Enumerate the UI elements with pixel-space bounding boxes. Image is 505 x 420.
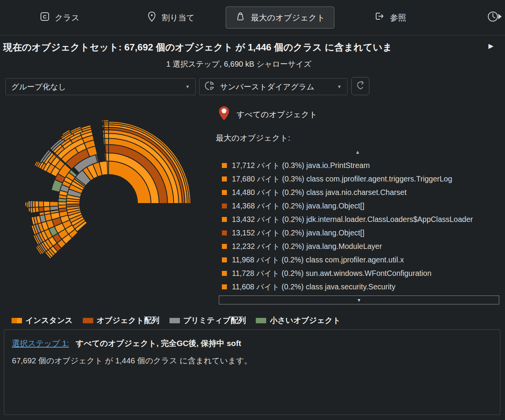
sunburst-segment[interactable] [102, 120, 104, 121]
type-swatch [222, 163, 227, 168]
list-item-text: 17,680 バイト (0.3%) class com.jprofiler.ag… [232, 174, 452, 184]
svg-text:C: C [43, 14, 47, 20]
legend-item: オブジェクト配列 [83, 315, 159, 326]
sunburst-diagram[interactable] [8, 102, 216, 305]
sunburst-segment[interactable] [44, 207, 50, 212]
sunburst-segment[interactable] [105, 144, 109, 153]
list-item[interactable]: 14,368 バイト (0.2%) java.lang.Object[] [222, 199, 503, 213]
current-selection-marker: すべてのオブジェクト [218, 106, 317, 123]
view-type-value: サンバーストダイアグラム [220, 82, 314, 92]
weight-icon [235, 11, 246, 24]
list-item[interactable]: 11,728 バイト (0.2%) sun.awt.windows.WFontC… [222, 267, 503, 280]
sunburst-segment[interactable] [102, 130, 104, 133]
biggest-objects-heading: 最大のオブジェクト: [216, 133, 290, 143]
sunburst-segment[interactable] [103, 138, 105, 144]
tab-allocations[interactable]: 割り当て [147, 0, 195, 35]
grouping-select[interactable]: グループ化なし ▼ [5, 78, 196, 95]
tab-references[interactable]: 参照 [374, 0, 406, 35]
list-item-text: 12,232 バイト (0.2%) java.lang.ModuleLayer [232, 241, 382, 252]
legend-swatch [169, 318, 180, 323]
allocation-pin-icon [147, 11, 157, 24]
scroll-up-arrow-icon[interactable]: ▲ [355, 149, 360, 155]
sunburst-segment[interactable] [28, 208, 30, 212]
sunburst-segment[interactable] [50, 202, 58, 207]
legend-label: オブジェクト配列 [97, 315, 159, 326]
list-item-text: 11,608 バイト (0.2%) class java.security.Se… [232, 282, 395, 292]
sunburst-segment[interactable] [44, 201, 50, 207]
legend-swatch [12, 318, 22, 323]
view-type-select[interactable]: サンバーストダイアグラム ▼ [199, 78, 347, 95]
tab-time[interactable] [487, 0, 505, 35]
type-swatch [222, 203, 227, 208]
sunburst-segment[interactable] [39, 207, 44, 212]
legend-swatch [256, 318, 266, 323]
move-selection-button[interactable] [351, 77, 369, 95]
list-item[interactable]: 12,232 バイト (0.2%) java.lang.ModuleLayer [222, 240, 503, 253]
legend-item: インスタンス [12, 315, 73, 326]
list-item-text: 11,968 バイト (0.2%) class com.jprofiler.ag… [232, 255, 404, 265]
type-swatch [222, 190, 227, 195]
header-text: 現在のオブジェクトセット: 67,692 個のオブジェクト が 1,446 個の… [3, 41, 392, 54]
list-item[interactable]: 11,608 バイト (0.2%) class java.security.Se… [222, 280, 503, 294]
biggest-objects-list: 17,712 バイト (0.3%) java.io.PrintStream17,… [222, 159, 503, 294]
tab-label: クラス [55, 12, 79, 23]
header-truncation-arrow[interactable]: ▶ [488, 42, 493, 50]
scroll-down-arrow-icon: ▼ [357, 297, 361, 303]
reference-icon [374, 11, 385, 24]
tab-label: 割り当て [162, 12, 195, 23]
list-item-text: 13,152 バイト (0.2%) java.lang.Object[] [232, 228, 364, 238]
selection-step-link[interactable]: 選択ステップ 1: [12, 339, 69, 348]
map-pin-icon [218, 106, 230, 123]
list-item[interactable]: 17,680 バイト (0.3%) class com.jprofiler.ag… [222, 172, 503, 186]
type-swatch [222, 257, 227, 262]
sunburst-segment[interactable] [25, 202, 27, 206]
chevron-down-icon: ▼ [185, 84, 190, 89]
type-swatch [222, 230, 227, 235]
type-swatch [222, 284, 227, 289]
current-object-set-header: 現在のオブジェクトセット: 67,692 個のオブジェクト が 1,446 個の… [3, 41, 502, 54]
sunburst-segment[interactable] [104, 153, 106, 161]
list-item[interactable]: 11,968 バイト (0.2%) class com.jprofiler.ag… [222, 253, 503, 267]
list-item[interactable]: 13,432 バイト (0.2%) jdk.internal.loader.Cl… [222, 213, 503, 226]
list-item-text: 13,432 バイト (0.2%) jdk.internal.loader.Cl… [232, 214, 473, 225]
list-item-text: 11,728 バイト (0.2%) sun.awt.windows.WFontC… [232, 268, 431, 279]
tab-label: 最大のオブジェクト [251, 12, 325, 23]
list-item-text: 14,368 バイト (0.2%) java.lang.Object[] [232, 201, 364, 211]
legend-swatch [83, 318, 93, 323]
sunburst-segment[interactable] [35, 201, 39, 207]
type-legend: インスタンスオブジェクト配列プリミティブ配列小さいオブジェクト [12, 315, 341, 326]
sunburst-segment[interactable] [39, 201, 44, 207]
selection-step-description: すべてのオブジェクト, 完全GC後, 保持中 soft [75, 339, 241, 348]
tab-label: 参照 [390, 12, 406, 23]
list-item[interactable]: 13,152 バイト (0.2%) java.lang.Object[] [222, 226, 503, 240]
list-item[interactable]: 17,712 バイト (0.3%) java.io.PrintStream [222, 159, 503, 172]
chevron-down-icon: ▼ [337, 84, 342, 89]
list-item[interactable]: 14,480 バイト (0.2%) class java.nio.charset… [222, 186, 503, 199]
time-icon [487, 10, 503, 25]
list-item-text: 14,480 バイト (0.2%) class java.nio.charset… [232, 187, 406, 198]
type-swatch [222, 176, 227, 181]
selection-steps-panel: 選択ステップ 1: すべてのオブジェクト, 完全GC後, 保持中 soft 67… [4, 329, 500, 415]
sunburst-segment[interactable] [102, 125, 104, 127]
legend-label: 小さいオブジェクト [270, 315, 341, 326]
pin-arrow-icon [355, 80, 366, 93]
view-tab-bar: C クラス 割り当て 最大のオブジェクト 参照 [0, 0, 505, 35]
sunburst-segment[interactable] [104, 120, 109, 121]
sunburst-segment[interactable] [103, 133, 105, 138]
type-swatch [222, 217, 227, 222]
tab-classes[interactable]: C クラス [40, 0, 79, 35]
legend-label: プリミティブ配列 [183, 315, 246, 326]
selection-step-line: 選択ステップ 1: すべてのオブジェクト, 完全GC後, 保持中 soft [12, 338, 500, 349]
list-item-text: 17,712 バイト (0.3%) java.io.PrintStream [232, 160, 370, 171]
legend-item: プリミティブ配列 [169, 315, 246, 326]
legend-item: 小さいオブジェクト [256, 315, 341, 326]
marker-label: すべてのオブジェクト [237, 109, 317, 120]
scrollbar-horizontal[interactable]: ▼ [219, 296, 499, 304]
tab-biggest-objects[interactable]: 最大のオブジェクト [226, 7, 334, 29]
sunburst-icon [205, 81, 215, 93]
selection-summary: 67,692 個のオブジェクト が 1,446 個のクラス に含まれています。 [12, 355, 500, 366]
sunburst-segment[interactable] [104, 130, 109, 133]
class-icon: C [40, 12, 50, 24]
grouping-value: グループ化なし [11, 82, 66, 92]
type-swatch [222, 244, 227, 249]
